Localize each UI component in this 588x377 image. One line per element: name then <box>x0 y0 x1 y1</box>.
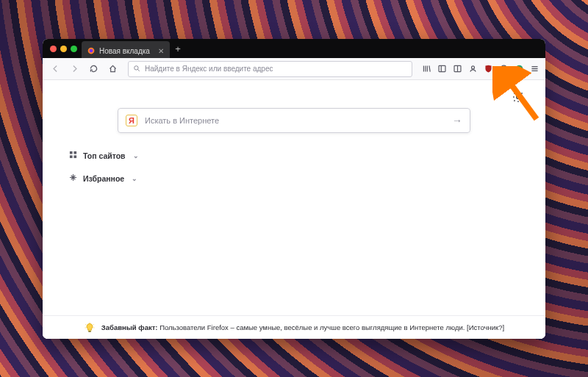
svg-point-2 <box>135 65 138 69</box>
svg-rect-9 <box>70 151 73 154</box>
search-go-icon[interactable]: → <box>452 115 462 126</box>
window-zoom-button[interactable] <box>71 46 77 52</box>
url-bar[interactable]: Найдите в Яндекс или введите адрес <box>128 61 412 77</box>
account-button[interactable] <box>466 62 479 76</box>
reload-button[interactable] <box>85 61 101 77</box>
section-highlights-label: Избранное <box>83 174 124 183</box>
yandex-letter: Я <box>129 117 135 125</box>
svg-point-1 <box>90 49 93 53</box>
newtab-settings-button[interactable] <box>512 90 525 104</box>
sidebar-button[interactable] <box>435 62 448 76</box>
url-bar-placeholder: Найдите в Яндекс или введите адрес <box>145 65 273 73</box>
section-topsites[interactable]: Топ сайтов ⌄ <box>69 151 525 160</box>
section-topsites-label: Топ сайтов <box>83 151 126 160</box>
toolbar-extensions <box>420 62 541 76</box>
svg-rect-10 <box>74 151 76 154</box>
svg-rect-3 <box>439 65 445 71</box>
newtab-snippet: Забавный факт: Пользователи Firefox – са… <box>43 315 545 339</box>
forward-button[interactable] <box>66 61 82 77</box>
grid-icon <box>69 151 77 160</box>
lightbulb-icon <box>84 322 96 334</box>
library-button[interactable] <box>420 62 433 76</box>
nav-toolbar: Найдите в Яндекс или введите адрес <box>43 58 545 80</box>
search-icon <box>133 65 140 73</box>
snippet-source-link[interactable]: [Источник?] <box>467 323 504 331</box>
privacy-badger-icon[interactable] <box>512 62 526 76</box>
tab-close-icon[interactable]: ✕ <box>158 47 164 55</box>
ublock-icon[interactable] <box>481 62 495 76</box>
snippet-text: Забавный факт: Пользователи Firefox – са… <box>101 323 504 331</box>
window-controls <box>47 39 82 58</box>
window-close-button[interactable] <box>50 46 57 52</box>
window-minimize-button[interactable] <box>60 46 67 52</box>
newtab-search-placeholder: Искать в Интернете <box>145 116 219 125</box>
newtab-sections: Топ сайтов ⌄ Избранное ⌄ <box>63 151 525 183</box>
container-button[interactable] <box>451 62 464 76</box>
browser-window: Новая вкладка ✕ + Найдите в Яндекс или в… <box>43 39 545 339</box>
home-button[interactable] <box>104 61 121 77</box>
noscript-icon[interactable] <box>497 62 510 76</box>
svg-rect-13 <box>88 331 91 332</box>
yandex-icon: Я <box>126 115 137 126</box>
svg-point-5 <box>471 66 474 69</box>
tab-strip: Новая вкладка ✕ + <box>43 39 545 58</box>
snippet-label: Забавный факт: <box>101 323 158 331</box>
svg-rect-11 <box>70 155 73 158</box>
newtab-content: Я Искать в Интернете → Топ сайтов ⌄ Избр… <box>43 80 545 339</box>
new-tab-button[interactable]: + <box>170 39 186 58</box>
sparkle-icon <box>69 173 77 183</box>
chevron-down-icon: ⌄ <box>132 175 137 182</box>
back-button[interactable] <box>47 61 63 77</box>
tab-title: Новая вкладка <box>99 47 150 55</box>
svg-point-8 <box>517 96 520 99</box>
chevron-down-icon: ⌄ <box>133 152 139 159</box>
newtab-search-box[interactable]: Я Искать в Интернете → <box>118 108 470 133</box>
svg-point-7 <box>515 65 523 73</box>
snippet-body: Пользователи Firefox – самые умные, весё… <box>159 323 465 331</box>
section-highlights[interactable]: Избранное ⌄ <box>69 173 525 183</box>
firefox-favicon-icon <box>87 47 95 54</box>
svg-rect-12 <box>74 155 76 158</box>
hamburger-menu-button[interactable] <box>528 62 541 76</box>
